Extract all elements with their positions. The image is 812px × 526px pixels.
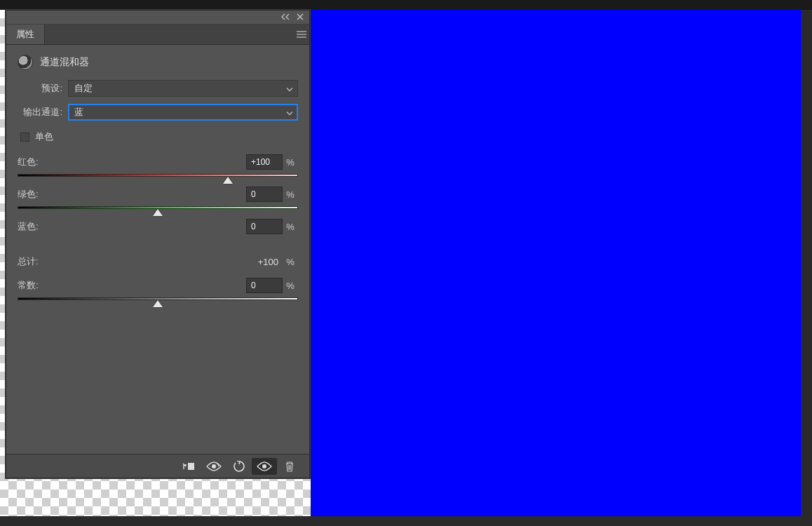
- red-slider-block: 红色: +100 %: [18, 154, 298, 177]
- clip-to-layer-button[interactable]: [176, 458, 201, 475]
- constant-slider-thumb[interactable]: [153, 300, 163, 307]
- close-panel-icon[interactable]: [297, 12, 304, 22]
- constant-slider-label: 常数:: [18, 279, 246, 292]
- app-bottom-strip: [0, 516, 812, 526]
- green-slider-track[interactable]: [18, 206, 298, 209]
- green-slider-input[interactable]: 0: [246, 187, 283, 202]
- red-slider-label: 红色:: [18, 156, 246, 168]
- channel-mixer-icon: [18, 55, 33, 70]
- red-slider-thumb[interactable]: [223, 177, 233, 184]
- output-channel-select[interactable]: 蓝: [68, 104, 298, 121]
- tab-spacer: [45, 25, 294, 44]
- tab-properties-label: 属性: [16, 28, 34, 41]
- toggle-visibility-button[interactable]: [252, 458, 277, 475]
- percent-symbol: %: [283, 189, 298, 200]
- constant-slider-input-value: 0: [251, 281, 256, 290]
- panel-content: 通道混和器 预设: 自定 输出通道: 蓝 单色: [6, 45, 309, 454]
- preset-label: 预设:: [18, 82, 68, 95]
- panel-menu-button[interactable]: [294, 25, 309, 44]
- view-previous-state-button[interactable]: [201, 458, 226, 475]
- percent-symbol: %: [283, 257, 298, 267]
- green-slider-block: 绿色: 0 %: [18, 187, 298, 209]
- total-row: 总计: +100 %: [18, 255, 298, 268]
- preset-select[interactable]: 自定: [68, 80, 298, 97]
- blue-slider-input[interactable]: 0: [246, 219, 283, 234]
- percent-symbol: %: [283, 281, 298, 291]
- output-channel-select-value: 蓝: [74, 106, 83, 119]
- monochrome-label: 单色: [35, 130, 53, 143]
- reset-button[interactable]: [226, 458, 252, 475]
- panel-titlebar: [6, 11, 309, 25]
- percent-symbol: %: [283, 222, 298, 232]
- green-slider-input-value: 0: [251, 189, 256, 199]
- blue-slider-input-value: 0: [251, 222, 256, 231]
- properties-panel: 属性 通道混和器 预设: 自定 输出通道: 蓝: [6, 10, 310, 478]
- preset-row: 预设: 自定: [18, 80, 298, 97]
- app-right-strip: [801, 0, 812, 526]
- blue-slider-label: 蓝色:: [18, 220, 246, 233]
- adjustment-title-row: 通道混和器: [18, 55, 298, 70]
- delete-adjustment-button[interactable]: [277, 458, 302, 475]
- output-channel-row: 输出通道: 蓝: [18, 104, 298, 121]
- panel-footer: [6, 454, 309, 478]
- green-slider-label: 绿色:: [18, 188, 246, 201]
- monochrome-row: 单色: [20, 130, 298, 143]
- green-slider-thumb[interactable]: [153, 209, 163, 216]
- total-label: 总计:: [18, 255, 246, 268]
- svg-rect-0: [188, 463, 194, 470]
- red-slider-track[interactable]: [18, 174, 298, 177]
- constant-slider-block: 常数: 0 %: [18, 278, 298, 300]
- canvas-image[interactable]: [311, 10, 801, 516]
- tab-properties[interactable]: 属性: [6, 25, 45, 44]
- svg-point-1: [212, 464, 216, 468]
- panel-tabbar: 属性: [6, 25, 309, 44]
- constant-slider-input[interactable]: 0: [246, 278, 283, 293]
- chevron-down-icon: [286, 107, 293, 118]
- chevron-down-icon: [286, 83, 293, 94]
- total-value: +100: [246, 257, 283, 267]
- blue-slider-block: 蓝色: 0 %: [18, 219, 298, 241]
- red-slider-input-value: +100: [251, 157, 270, 167]
- percent-symbol: %: [283, 157, 298, 168]
- red-slider-input[interactable]: +100: [246, 154, 283, 170]
- output-channel-label: 输出通道:: [18, 106, 68, 119]
- constant-slider-track[interactable]: [18, 297, 298, 300]
- monochrome-checkbox[interactable]: [20, 133, 29, 142]
- collapse-panel-icon[interactable]: [281, 12, 290, 22]
- adjustment-title: 通道混和器: [40, 56, 89, 69]
- preset-select-value: 自定: [74, 82, 93, 95]
- svg-point-2: [262, 464, 266, 468]
